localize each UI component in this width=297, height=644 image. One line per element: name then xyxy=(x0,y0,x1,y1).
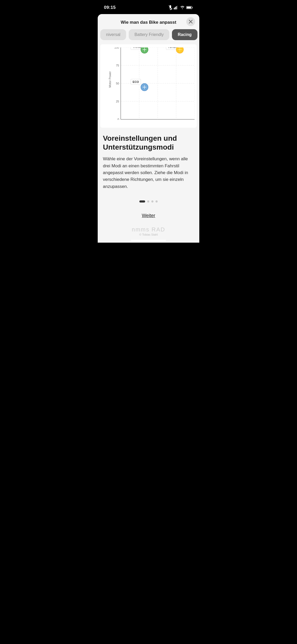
svg-text:50: 50 xyxy=(116,82,119,85)
svg-text:75: 75 xyxy=(116,64,119,67)
home-bar xyxy=(131,240,166,241)
status-time: 09:15 xyxy=(104,5,116,10)
close-icon xyxy=(189,20,193,23)
content-title: Voreinstellungen und Unterstützungsmodi xyxy=(103,134,194,151)
svg-rect-2 xyxy=(175,7,176,9)
svg-text:100: 100 xyxy=(114,47,119,49)
dot-3 xyxy=(151,200,153,203)
dot-2 xyxy=(147,200,149,203)
battery-icon xyxy=(186,6,193,9)
chart-container: Motor Power 100 75 50 25 0 xyxy=(100,44,197,128)
status-icons xyxy=(169,5,193,10)
modal-header: Wie man das Bike anpasst xyxy=(98,14,199,29)
mute-icon xyxy=(169,5,172,10)
page-dots xyxy=(98,194,199,205)
weiter-button[interactable]: Weiter xyxy=(98,208,199,224)
svg-rect-3 xyxy=(176,6,177,9)
dot-4 xyxy=(156,200,158,203)
home-indicator xyxy=(98,238,199,243)
svg-rect-4 xyxy=(177,6,178,9)
svg-rect-6 xyxy=(187,7,191,9)
svg-text:25: 25 xyxy=(116,100,119,103)
status-bar: 09:15 xyxy=(98,0,199,13)
svg-text:ECO: ECO xyxy=(133,80,139,83)
svg-point-35 xyxy=(176,47,183,53)
signal-icon xyxy=(174,6,178,9)
tab-universal[interactable]: niversal xyxy=(100,29,126,40)
modal-title: Wie man das Bike anpasst xyxy=(121,20,176,25)
dot-1 xyxy=(139,200,145,203)
wifi-icon xyxy=(180,6,185,9)
modal-sheet: Wie man das Bike anpasst niversal Batter… xyxy=(98,14,199,243)
brand-logo: nmms RAD xyxy=(98,226,199,233)
preset-tabs: niversal Battery Friendly Racing xyxy=(98,29,199,44)
svg-text:TRAIL: TRAIL xyxy=(133,47,141,48)
close-button[interactable] xyxy=(186,17,195,26)
footer-brand: nmms RAD © Tobias Stahl xyxy=(98,224,199,238)
tab-battery-friendly[interactable]: Battery Friendly xyxy=(129,29,169,40)
content-body: Wähle eine der Voreinstellungen, wenn al… xyxy=(103,156,194,190)
content-section: Voreinstellungen und Unterstützungsmodi … xyxy=(98,128,199,194)
chart-svg: 100 75 50 25 0 0 25 Base 75 100 TRAIL xyxy=(113,47,195,120)
tab-racing[interactable]: Racing xyxy=(172,29,197,40)
brand-copyright: © Tobias Stahl xyxy=(98,233,199,236)
svg-rect-1 xyxy=(174,8,175,9)
phone-frame: 09:15 xyxy=(98,0,199,243)
svg-text:0: 0 xyxy=(117,118,119,120)
y-axis-label: Motor Power xyxy=(108,71,112,88)
